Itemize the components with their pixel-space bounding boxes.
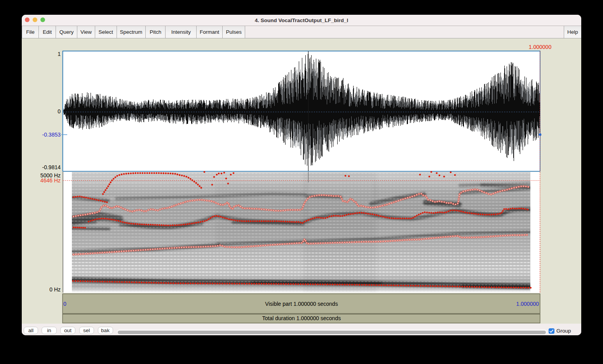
svg-text:0: 0 <box>58 108 61 114</box>
svg-text:1.000000: 1.000000 <box>529 44 552 50</box>
svg-text:0 Hz: 0 Hz <box>49 286 61 293</box>
svg-text:-0.3853: -0.3853 <box>42 132 61 138</box>
svg-text:4646 Hz: 4646 Hz <box>40 177 61 184</box>
svg-text:1: 1 <box>58 51 61 57</box>
svg-text:1.000000: 1.000000 <box>516 301 539 307</box>
svg-text:Visible part 1.000000 seconds: Visible part 1.000000 seconds <box>265 301 338 307</box>
svg-text:-0.9814: -0.9814 <box>42 164 61 170</box>
svg-text:Total duration 1.000000 second: Total duration 1.000000 seconds <box>262 315 341 321</box>
svg-text:0: 0 <box>63 301 66 307</box>
